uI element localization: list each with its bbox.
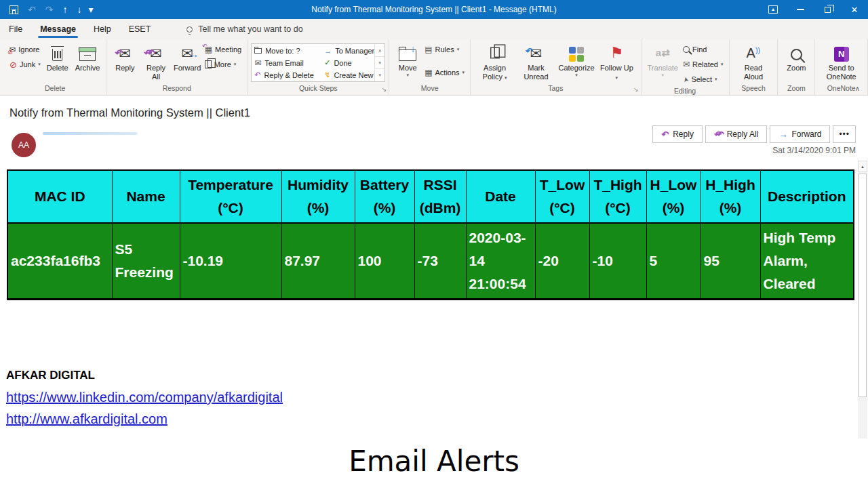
ribbon-display-options-icon: ▴: [768, 5, 778, 14]
gallery-scroll-up-button[interactable]: ▲: [375, 44, 384, 56]
quick-step-reply-delete[interactable]: ↶ Reply & Delete: [254, 69, 324, 81]
table-header-row: MAC ID Name Temperature (°C) Humidity (%…: [7, 170, 854, 223]
linkedin-link[interactable]: https://www.linkedin.com/company/afkardi…: [6, 390, 283, 405]
chevron-down-icon: ▾: [38, 62, 41, 67]
cell-date: 2020-03-14 21:00:54: [466, 223, 535, 299]
tell-me-box[interactable]: Tell me what you want to do: [186, 24, 302, 34]
ribbon-display-options-button[interactable]: ▴: [760, 0, 787, 19]
col-header-t-low: T_Low (°C): [535, 170, 589, 223]
envelope-icon: ✉: [254, 58, 261, 68]
quick-steps-scroll-rail: ▲ ▼ ▼: [374, 44, 384, 81]
zoom-button[interactable]: Zoom: [781, 41, 811, 73]
select-button[interactable]: ➤ Select ▾: [681, 73, 726, 86]
categorize-button[interactable]: Categorize ▾: [557, 41, 596, 79]
folder-icon: [254, 48, 262, 54]
move-button[interactable]: ↓ Move ▾: [393, 41, 422, 79]
quick-step-team-email[interactable]: ✉ Team Email: [254, 57, 324, 69]
minimize-button[interactable]: [787, 0, 814, 19]
tab-file[interactable]: File: [0, 19, 31, 39]
gallery-more-button[interactable]: ▼: [375, 68, 384, 81]
send-to-onenote-button[interactable]: N Send to OneNote: [818, 41, 864, 82]
scroll-up-button[interactable]: ▲: [858, 161, 867, 172]
actions-button[interactable]: ▦ Actions ▾: [422, 66, 467, 79]
col-header-h-low: H_Low (%): [646, 170, 701, 223]
next-item-button[interactable]: ↓: [77, 4, 81, 15]
forward-message-button[interactable]: → Forward: [770, 125, 830, 143]
website-link[interactable]: http://www.afkardigital.com: [6, 411, 167, 427]
reply-arrow-icon: ↶: [115, 47, 123, 58]
read-aloud-icon: A: [747, 45, 755, 61]
redo-icon: ↷: [45, 4, 54, 15]
tab-help[interactable]: Help: [85, 19, 120, 39]
mark-unread-button[interactable]: ✉↶ Mark Unread: [515, 41, 557, 82]
restore-button[interactable]: [814, 0, 841, 19]
lightbulb-icon: [186, 26, 193, 33]
rules-button[interactable]: ▤ Rules ▾: [422, 43, 467, 56]
unread-arrow-icon: ↶: [526, 46, 533, 56]
assign-policy-button[interactable]: Assign Policy ▾: [474, 41, 515, 83]
group-label-editing: Editing: [645, 86, 726, 96]
close-button[interactable]: ✕: [841, 0, 868, 19]
collapse-ribbon-button[interactable]: ∧: [855, 85, 860, 92]
translate-icon: a⇄: [656, 47, 670, 59]
read-aloud-button[interactable]: A )) Read Aloud: [733, 41, 774, 82]
ribbon: ✉⊘ Ignore ⊘ Junk ▾ Delete Archive Delete: [0, 39, 868, 96]
sensor-alert-table: MAC ID Name Temperature (°C) Humidity (%…: [7, 169, 854, 300]
col-header-date: Date: [466, 170, 535, 223]
col-header-t-high: T_High (°C): [589, 170, 646, 223]
meeting-button[interactable]: ▦↶ Meeting: [203, 43, 243, 56]
quick-step-move-to[interactable]: Move to: ?: [254, 45, 324, 57]
ignore-icon: ✉⊘: [9, 45, 16, 54]
cell-temperature: -10.19: [180, 223, 281, 299]
previous-item-button[interactable]: ↑: [62, 4, 67, 15]
gallery-scroll-down-button[interactable]: ▼: [375, 56, 384, 69]
more-respond-button[interactable]: More ▾: [203, 58, 243, 71]
dialog-launcher-icon[interactable]: ↘: [633, 86, 639, 93]
scrollbar-thumb[interactable]: [859, 174, 867, 397]
group-label-move: Move: [393, 83, 467, 95]
follow-up-button[interactable]: ⚑ Follow Up ▾: [596, 41, 637, 83]
check-icon: ✓: [324, 58, 330, 67]
reply-arrow-icon: ↶: [661, 129, 669, 140]
reply-button[interactable]: ✉↶ Reply: [110, 41, 140, 73]
translate-button[interactable]: a⇄ Translate ▾: [645, 41, 681, 79]
junk-button[interactable]: ⊘ Junk ▾: [7, 58, 43, 71]
sender-avatar[interactable]: AA: [12, 133, 36, 157]
ribbon-group-editing: a⇄ Translate ▾ Find ✉ Related ▾ ➤ Select…: [642, 39, 730, 95]
categorize-icon: [569, 47, 584, 62]
quick-step-to-manager[interactable]: → To Manager: [324, 45, 374, 57]
col-header-name: Name: [112, 170, 180, 223]
redo-button[interactable]: ↷: [45, 4, 54, 15]
tab-message[interactable]: Message: [31, 19, 85, 39]
delete-button[interactable]: Delete: [43, 41, 73, 73]
customize-qat-button[interactable]: ▾: [88, 4, 93, 15]
archive-icon: [79, 52, 96, 61]
sender-name-redacted-bar: [43, 132, 138, 135]
more-actions-icon: [205, 60, 212, 68]
undo-button[interactable]: ↶: [28, 4, 36, 15]
forward-button[interactable]: ✉→ Forward: [172, 41, 203, 73]
col-header-rssi: RSSI (dBm): [414, 170, 466, 223]
window-controls: ▴ ✕: [760, 0, 868, 19]
arrow-up-icon: ↑: [62, 4, 67, 15]
archive-button[interactable]: Archive: [73, 41, 103, 73]
dialog-launcher-icon[interactable]: ↘: [382, 86, 387, 93]
flag-icon: ⚑: [610, 44, 623, 62]
related-button[interactable]: ✉ Related ▾: [681, 58, 726, 71]
save-button[interactable]: [9, 5, 18, 14]
find-button[interactable]: Find: [681, 43, 726, 56]
cell-h-high: 95: [701, 223, 760, 299]
quick-step-create-new[interactable]: ↯ Create New: [324, 69, 374, 81]
ribbon-group-respond: ✉↶ Reply ✉↶↶ Reply All ✉→ Forward ▦↶ Mee…: [106, 39, 248, 95]
junk-icon: ⊘: [9, 60, 17, 70]
table-data-row: ac233fa16fb3 S5 Freezing -10.19 87.97 10…: [7, 223, 854, 299]
reply-all-button[interactable]: ✉↶↶ Reply All: [140, 41, 172, 82]
quick-step-done[interactable]: ✓ Done: [324, 57, 374, 69]
vertical-scrollbar[interactable]: ▲: [858, 161, 867, 439]
ellipsis-icon: •••: [839, 129, 850, 139]
more-message-actions-button[interactable]: •••: [833, 125, 856, 143]
tab-eset[interactable]: ESET: [120, 19, 160, 39]
reply-all-message-button[interactable]: ↶↶ Reply All: [705, 125, 767, 143]
ignore-button[interactable]: ✉⊘ Ignore: [7, 43, 43, 56]
reply-message-button[interactable]: ↶ Reply: [652, 125, 703, 143]
